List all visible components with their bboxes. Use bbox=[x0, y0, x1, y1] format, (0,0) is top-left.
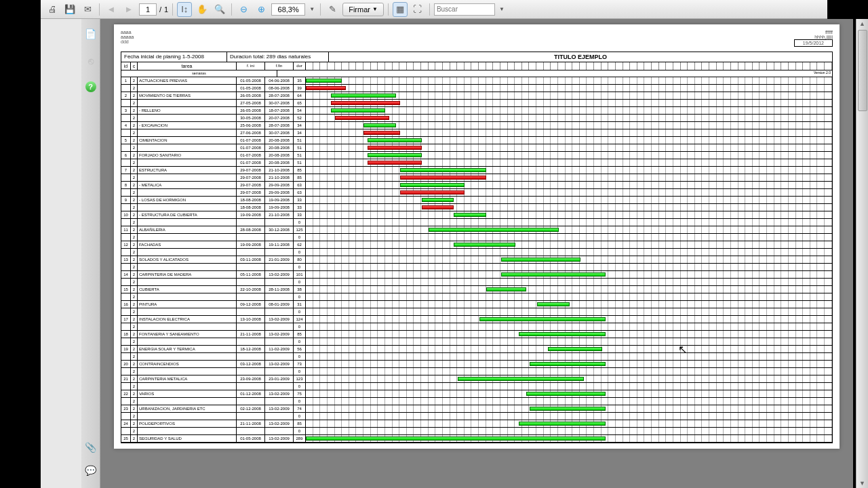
email-icon[interactable]: ✉ bbox=[80, 2, 95, 17]
gantt-bar bbox=[486, 287, 526, 291]
gantt-bar bbox=[331, 101, 399, 105]
hdr-right-1: ffffff bbox=[794, 30, 833, 35]
gantt-row: 20 bbox=[121, 264, 832, 271]
separator bbox=[99, 3, 100, 16]
zoom-tool-icon[interactable]: 🔍 bbox=[212, 2, 227, 17]
gantt-row: 20 bbox=[121, 413, 832, 420]
hdr-left-1: aaaa bbox=[121, 30, 134, 35]
gantt-bar bbox=[519, 332, 606, 336]
col-id: id bbox=[121, 62, 131, 70]
gantt-row: 230-05-200820-07-200852 bbox=[121, 115, 832, 122]
gantt-bar bbox=[422, 205, 454, 209]
timeline-header bbox=[306, 62, 832, 70]
col-task: tarea bbox=[138, 62, 237, 70]
separator bbox=[388, 3, 389, 16]
gantt-row: 20 bbox=[121, 219, 832, 226]
page-header: aaaa aaaaa ddd ffffff hhhh,jjjjjj 19/5/2… bbox=[121, 30, 833, 49]
gantt-bar bbox=[530, 362, 606, 366]
search-input[interactable] bbox=[434, 3, 495, 16]
select-tool-icon[interactable]: I↕ bbox=[177, 2, 192, 17]
attachments-icon[interactable]: 📎 bbox=[84, 441, 98, 454]
gantt-row: 20 bbox=[121, 353, 832, 361]
separator bbox=[320, 3, 321, 16]
zoom-in-icon[interactable]: ⊕ bbox=[254, 2, 269, 17]
gantt-row: 72ESTRUCTURA29-07-200821-10-200885 bbox=[121, 167, 832, 174]
gantt-bar bbox=[479, 317, 606, 321]
hdr-left-2: aaaaa bbox=[121, 35, 134, 39]
gantt-row: 132SOLADOS Y ALICATADOS03-11-200821-01-2… bbox=[121, 256, 832, 264]
gantt-row: 142CARPINTERIA DE MADERA05-11-200813-02-… bbox=[121, 271, 832, 279]
zoom-dropdown-icon[interactable]: ▼ bbox=[308, 2, 316, 17]
pages-panel-icon[interactable]: 📄 bbox=[84, 27, 98, 41]
document-area[interactable]: aaaa aaaaa ddd ffffff hhhh,jjjjjj 19/5/2… bbox=[100, 19, 853, 488]
prev-page-icon[interactable]: ◄ bbox=[104, 2, 119, 17]
page-number-input[interactable] bbox=[139, 3, 157, 16]
side-panel: 📄 ⎋ ? 📎 💬 bbox=[81, 19, 100, 488]
gantt-bar bbox=[548, 347, 602, 351]
duration-label: Duracion total: 289 dias naturales bbox=[227, 52, 329, 62]
gantt-row: 102- ESTRUCTURA DE CUBIERTA19-09-200821-… bbox=[121, 211, 832, 219]
gantt-bar bbox=[429, 228, 559, 232]
video-letterbox-left bbox=[0, 0, 41, 488]
layout-tool-icon[interactable]: ▦ bbox=[393, 2, 408, 17]
zoom-out-icon[interactable]: ⊖ bbox=[236, 2, 251, 17]
gantt-bar bbox=[331, 108, 385, 113]
gantt-bar bbox=[306, 79, 342, 83]
gantt-row: 20 bbox=[121, 398, 832, 405]
gantt-row: 92- LOSAS DE HORMIGON18-08-200819-09-200… bbox=[121, 197, 832, 204]
planning-start-label: Fecha inicial de planing 1-5-2008 bbox=[121, 52, 227, 62]
gantt-bar bbox=[400, 190, 465, 195]
gantt-row: 20 bbox=[121, 323, 832, 331]
gantt-row: 20 bbox=[121, 428, 832, 435]
gantt-row: 20 bbox=[121, 338, 832, 346]
help-icon[interactable]: ? bbox=[85, 81, 96, 92]
gantt-bar bbox=[331, 94, 396, 98]
col-dur: dur bbox=[294, 62, 306, 70]
expand-icon[interactable]: ⛶ bbox=[410, 2, 425, 17]
gantt-row: 32- RELLENO26-05-200818-07-200854 bbox=[121, 107, 832, 115]
gantt-bar bbox=[368, 161, 422, 165]
search-dropdown-icon[interactable]: ▼ bbox=[498, 2, 506, 17]
gantt-bar bbox=[458, 377, 585, 381]
gantt-bar bbox=[454, 243, 515, 247]
gantt-row: 202CONTRAINCENDIOS03-12-200813-02-200973 bbox=[121, 361, 832, 368]
vertical-scrollbar[interactable] bbox=[856, 19, 868, 488]
gantt-bar bbox=[526, 392, 606, 396]
gantt-row: 20 bbox=[121, 249, 832, 256]
gantt-column-header: idctareaf. inif.findur bbox=[121, 62, 832, 70]
next-page-icon[interactable]: ► bbox=[121, 2, 136, 17]
hdr-left-3: ddd bbox=[121, 39, 134, 44]
save-icon[interactable]: 💾 bbox=[62, 2, 77, 17]
col-start: f. ini bbox=[237, 62, 265, 70]
gantt-row: 229-07-200821-10-200885 bbox=[121, 174, 832, 182]
gantt-bar bbox=[519, 422, 606, 426]
bookmarks-panel-icon[interactable]: ⎋ bbox=[84, 54, 98, 68]
col-end: f.fin bbox=[265, 62, 294, 70]
gantt-row: 182FONTANERIA Y SANEAMIENTO21-11-200813-… bbox=[121, 331, 832, 338]
gantt-row: 20 bbox=[121, 279, 832, 286]
zoom-input[interactable] bbox=[271, 3, 305, 16]
gantt-row: 201-07-200820-08-200851 bbox=[121, 159, 832, 167]
gantt-row: 20 bbox=[121, 293, 832, 301]
scrollbar-thumb[interactable] bbox=[858, 30, 867, 111]
gantt-row: 122FACHADAS19-09-200819-11-200862 bbox=[121, 241, 832, 249]
gantt-bar bbox=[306, 436, 606, 441]
sign-button[interactable]: Firmar▼ bbox=[342, 3, 384, 16]
gantt-bar bbox=[537, 302, 570, 306]
gantt-row: 12ACTUACIONES PREVIAS01-05-200804-06-200… bbox=[121, 77, 832, 85]
separator bbox=[172, 3, 173, 16]
date-stamp: 19/5/2012 bbox=[794, 39, 833, 47]
weeks-subheader: semanasVersion 2.0 bbox=[121, 70, 832, 77]
gantt-row: 172INSTALACION ELECTRICA13-10-200813-02-… bbox=[121, 316, 832, 323]
print-icon[interactable]: 🖨 bbox=[45, 2, 60, 17]
gantt-row: 42- EXCAVACION25-06-200828-07-200834 bbox=[121, 122, 832, 129]
pencil-icon[interactable]: ✎ bbox=[325, 2, 340, 17]
title-bar: Fecha inicial de planing 1-5-2008 Duraci… bbox=[121, 52, 833, 62]
page-separator: / bbox=[159, 5, 161, 14]
gantt-row: 162PINTURA09-12-200808-01-200931 bbox=[121, 301, 832, 308]
gantt-bar bbox=[454, 213, 486, 217]
gantt-row: 22MOVIMIENTO DE TIERRAS26-05-200828-07-2… bbox=[121, 92, 832, 100]
hand-tool-icon[interactable]: ✋ bbox=[195, 2, 210, 17]
comments-icon[interactable]: 💬 bbox=[84, 464, 98, 477]
gantt-row: 242POLIDEPORTIVOS21-11-200813-02-200985 bbox=[121, 420, 832, 428]
